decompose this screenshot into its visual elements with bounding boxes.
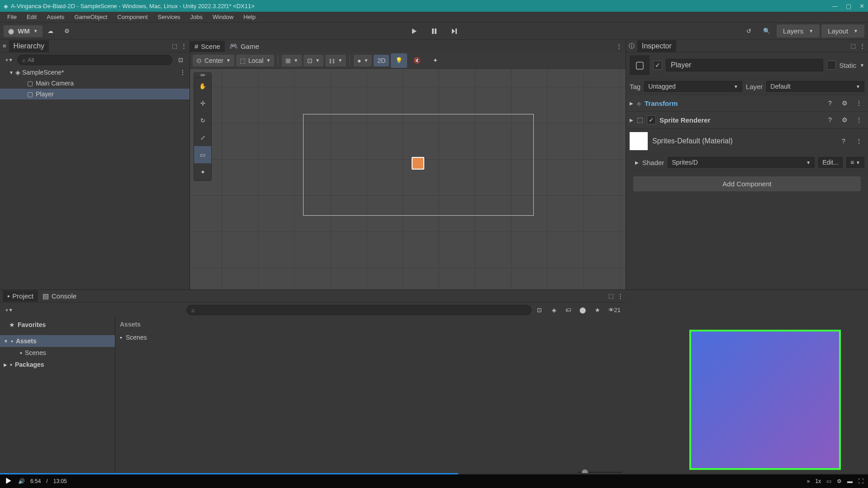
static-dropdown[interactable]: ▼ xyxy=(860,63,864,68)
pivot-dropdown[interactable]: ⊙ Center ▼ xyxy=(193,55,234,66)
lock-icon[interactable]: ⬚ xyxy=(172,43,177,49)
help-icon[interactable]: ? xyxy=(825,98,835,109)
scene-root[interactable]: ▼ ◈ SampleScene* ⋮ xyxy=(0,67,190,78)
search-global-button[interactable]: 🔍 xyxy=(759,24,775,38)
tab-project[interactable]: ▪ Project xyxy=(3,290,38,302)
tab-game[interactable]: 🎮 Game xyxy=(225,40,264,52)
list-button[interactable]: ≡▼ xyxy=(846,157,864,168)
lighting-toggle[interactable]: 💡 xyxy=(391,53,407,68)
fullscreen-icon[interactable]: ⛶ xyxy=(858,478,863,484)
video-volume-button[interactable]: 🔊 xyxy=(18,478,25,484)
menu-assets[interactable]: Assets xyxy=(42,13,69,21)
filter-label-button[interactable]: 🏷 xyxy=(562,303,575,317)
hierarchy-item-player[interactable]: ▢ Player xyxy=(0,89,190,99)
component-transform[interactable]: ▶ ⟐ Transform ? ⚙ ⋮ xyxy=(626,95,868,112)
project-search[interactable]: ⌕ xyxy=(186,305,531,315)
help-icon[interactable]: ? xyxy=(838,136,849,147)
more-icon[interactable]: ⋮ xyxy=(854,114,864,125)
grid-toggle[interactable]: ⊞▼ xyxy=(282,55,302,66)
material-row[interactable]: Sprites-Default (Material) ? ⋮ xyxy=(626,128,868,154)
menu-services[interactable]: Services xyxy=(153,13,185,21)
favorite-button[interactable]: ★ xyxy=(591,303,604,317)
breadcrumb[interactable]: Assets xyxy=(115,317,626,332)
skip-button[interactable]: » xyxy=(807,478,810,484)
layer-dropdown[interactable]: Default ▼ xyxy=(766,81,864,92)
scale-tool[interactable]: ⤢ xyxy=(194,129,211,146)
transform-tool[interactable]: ✦ xyxy=(194,163,211,180)
rect-tool[interactable]: ▭ xyxy=(194,146,211,163)
tab-console[interactable]: ▤ Console xyxy=(38,290,81,302)
pause-button[interactable] xyxy=(425,24,444,38)
add-component-button[interactable]: Add Component xyxy=(633,176,861,191)
handle-dropdown[interactable]: ⬚ Local ▼ xyxy=(236,55,274,66)
preset-icon[interactable]: ⚙ xyxy=(839,98,850,109)
hierarchy-tab[interactable]: Hierarchy xyxy=(9,40,49,52)
edit-button[interactable]: Edit... xyxy=(818,157,843,168)
inspector-tab[interactable]: Inspector xyxy=(637,40,676,52)
menu-gameobject[interactable]: GameObject xyxy=(70,13,112,21)
more-icon[interactable]: ⋮ xyxy=(180,69,186,76)
maximize-icon[interactable]: ▢ xyxy=(846,3,851,9)
scene-canvas[interactable]: ═ ✋ ✢ ↻ ⤢ ▭ ✦ xyxy=(190,69,626,289)
lock-icon[interactable]: ⬚ xyxy=(608,293,614,299)
increment-toggle[interactable]: ⫿⫿▼ xyxy=(325,55,346,66)
settings-button[interactable]: ⚙ xyxy=(59,24,75,38)
layout-dropdown[interactable]: Layout ▼ xyxy=(821,24,864,38)
play-button[interactable] xyxy=(405,24,424,38)
tag-dropdown[interactable]: Untagged ▼ xyxy=(644,81,742,92)
filter-button[interactable]: ⊡ xyxy=(533,303,546,317)
more-icon[interactable]: ⋮ xyxy=(854,98,864,109)
menu-help[interactable]: Help xyxy=(239,13,260,21)
lock-icon[interactable]: ⬚ xyxy=(850,43,856,49)
minimize-icon[interactable]: — xyxy=(832,3,838,9)
menu-window[interactable]: Window xyxy=(208,13,238,21)
help-icon[interactable]: ? xyxy=(825,114,835,125)
hierarchy-search[interactable]: ⌕ All xyxy=(17,55,172,65)
move-tool[interactable]: ✢ xyxy=(194,95,211,112)
dock-drag-handle[interactable]: ═ xyxy=(194,73,211,77)
hierarchy-item-main-camera[interactable]: ▢ Main Camera xyxy=(0,78,190,89)
expand-button[interactable]: ⊡ xyxy=(174,54,187,65)
menu-edit[interactable]: Edit xyxy=(22,13,41,21)
active-checkbox[interactable] xyxy=(653,61,662,70)
more-icon[interactable]: ⋮ xyxy=(854,136,864,147)
menu-file[interactable]: File xyxy=(3,13,21,21)
card-icon[interactable]: ▭ xyxy=(826,478,831,484)
more-icon[interactable]: ⋮ xyxy=(859,43,865,49)
menu-jobs[interactable]: Jobs xyxy=(185,13,207,21)
gameobject-name-field[interactable]: Player xyxy=(666,59,823,71)
more-icon[interactable]: ⋮ xyxy=(617,293,623,299)
settings-icon[interactable]: ⚙ xyxy=(837,478,842,484)
hidden-count[interactable]: 👁 21 xyxy=(606,303,623,317)
filter-important-button[interactable]: ⬤ xyxy=(577,303,589,317)
filter-type-button[interactable]: ◈ xyxy=(548,303,560,317)
audio-toggle[interactable]: 🔇 xyxy=(409,53,425,68)
tab-scene[interactable]: # Scene xyxy=(190,41,225,52)
rotate-tool[interactable]: ↻ xyxy=(194,112,211,129)
close-icon[interactable]: ✕ xyxy=(859,3,864,9)
video-play-button[interactable] xyxy=(5,477,13,486)
gameobject-icon[interactable]: ▢ xyxy=(630,55,650,75)
packages-root[interactable]: ▶ ▪ Packages xyxy=(0,359,115,370)
theatre-icon[interactable]: ▬ xyxy=(847,478,853,484)
more-icon[interactable]: ⋮ xyxy=(616,43,622,50)
account-dropdown[interactable]: ◉ WM ▼ xyxy=(4,25,43,37)
fx-toggle[interactable]: ✦ xyxy=(427,53,443,68)
draw-mode-dropdown[interactable]: ●▼ xyxy=(354,55,372,66)
selected-sprite[interactable] xyxy=(412,157,424,170)
scenes-folder[interactable]: ▪ Scenes xyxy=(0,347,115,359)
snap-toggle[interactable]: ⊡▼ xyxy=(304,55,323,66)
step-button[interactable] xyxy=(445,24,464,38)
undo-history-button[interactable]: ↺ xyxy=(740,24,757,38)
playback-speed[interactable]: 1x xyxy=(815,478,821,484)
component-sprite-renderer[interactable]: ▶ ⬚ Sprite Renderer ? ⚙ ⋮ xyxy=(626,112,868,128)
preset-icon[interactable]: ⚙ xyxy=(839,114,850,125)
add-button[interactable]: + ▼ xyxy=(3,304,15,315)
folder-scenes[interactable]: ▪ Scenes xyxy=(115,332,626,343)
assets-root[interactable]: ▼ ▪ Assets xyxy=(0,335,115,347)
more-icon[interactable]: ⋮ xyxy=(181,43,187,49)
cloud-button[interactable]: ☁ xyxy=(43,24,59,38)
component-enable-checkbox[interactable] xyxy=(647,115,656,124)
static-checkbox[interactable] xyxy=(827,61,836,70)
menu-component[interactable]: Component xyxy=(113,13,152,21)
